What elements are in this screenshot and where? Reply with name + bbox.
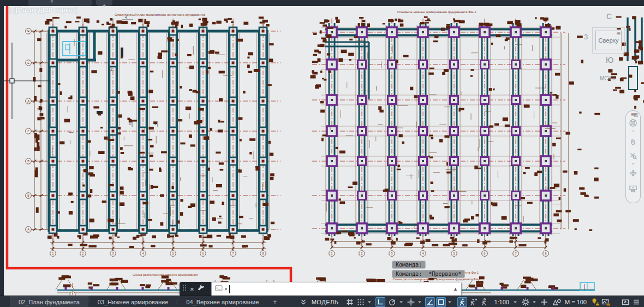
viewport-controls[interactable]: [-][Сверху][2D-каркас] (9, 7, 78, 13)
svg-text:Основное нижнее армирование фу: Основное нижнее армирование фундамента Ф… (397, 10, 476, 14)
image-warning-icon[interactable] (601, 297, 611, 307)
bottom-bar: 02_План фундамента03_Нижнее армирование0… (0, 296, 644, 307)
polar-tracking-icon[interactable] (387, 297, 397, 307)
svg-text:4: 4 (142, 252, 144, 255)
svg-text:Д: Д (27, 99, 29, 103)
svg-text:3: 3 (129, 122, 131, 126)
collapse-chevrons-icon[interactable] (299, 297, 308, 307)
snap-dropdown-icon[interactable] (367, 297, 372, 307)
customization-plus-icon[interactable] (539, 297, 549, 307)
osnap-dropdown-icon[interactable] (447, 297, 452, 307)
layout-tab-3[interactable]: 04_Верхнее армирование (177, 296, 267, 307)
svg-text:3: 3 (112, 252, 114, 255)
polar-dropdown-icon[interactable] (398, 297, 404, 307)
svg-text:3: 3 (391, 252, 393, 255)
annotation-scale-button[interactable]: 1:100 (491, 299, 512, 305)
annotation-visibility-icon[interactable] (457, 297, 467, 307)
workspace-dropdown-icon[interactable] (532, 297, 537, 307)
command-history-line: Команда: *Прервано* (392, 270, 465, 278)
wrench-icon[interactable] (197, 284, 205, 294)
svg-text:4: 4 (422, 252, 424, 255)
plus-icon: + (103, 3, 106, 9)
svg-text:8: 8 (263, 252, 264, 255)
svg-text:Опалубочный план монолитного л: Опалубочный план монолитного ленточного … (115, 13, 205, 16)
new-file-tab-button[interactable]: + (96, 0, 112, 6)
text-cursor (229, 285, 230, 293)
chevron-down-icon[interactable]: ▾ (225, 287, 227, 292)
svg-text:6: 6 (202, 252, 204, 255)
status-menu-icon[interactable] (631, 297, 641, 307)
layout-tab-1[interactable]: 02_План фундамента (10, 296, 88, 307)
viewcube[interactable]: С З Сверху Ю МСК ▾ (581, 9, 644, 91)
navbar-split-icon[interactable]: ▾ (631, 131, 635, 133)
file-tab-close-icon[interactable]: × (50, 0, 53, 4)
cad-drawing: Опалубочный план монолитного ленточного … (0, 0, 644, 307)
svg-text:7: 7 (232, 252, 234, 255)
navbar-split-icon[interactable]: ▾ (631, 163, 635, 166)
command-input-field[interactable]: ▾ ▲ (211, 282, 462, 296)
command-bar-handle[interactable]: × (180, 282, 211, 296)
snap-icon[interactable] (356, 297, 366, 307)
isodraft-icon[interactable] (425, 297, 435, 307)
svg-text:В: В (27, 160, 29, 163)
drag-grip-icon[interactable] (182, 284, 187, 294)
scale-dropdown-icon[interactable] (512, 297, 518, 307)
svg-text:1: 1 (52, 252, 54, 255)
annotation-monitor-icon[interactable] (479, 297, 489, 307)
file-tab[interactable]: × (28, 0, 92, 6)
grid-icon[interactable] (345, 297, 355, 307)
svg-text:Б: Б (27, 194, 29, 197)
command-history-line: Команда: (392, 261, 426, 269)
expand-history-icon[interactable]: ▲ (453, 286, 458, 292)
viewcube-west-label[interactable]: З (584, 33, 588, 41)
layout-tabs: 02_План фундамента03_Нижнее армирование0… (0, 296, 282, 307)
pan-hand-icon[interactable] (629, 136, 637, 145)
viewcube-north-label[interactable]: С (606, 12, 612, 21)
clean-screen-icon[interactable] (621, 297, 630, 307)
navigation-wheel-icon[interactable] (629, 119, 637, 127)
svg-text:6: 6 (484, 252, 486, 255)
navbar-customize-icon[interactable] (634, 113, 638, 117)
svg-text:Ж: Ж (27, 29, 30, 33)
svg-text:1: 1 (331, 252, 333, 255)
ortho-icon[interactable] (375, 297, 385, 307)
command-bar[interactable]: × ▾ ▲ (180, 282, 462, 296)
zoom-icon[interactable] (629, 151, 637, 160)
annotation-scale-icon[interactable] (552, 297, 562, 307)
annotation-scale-value[interactable]: М = 100 (562, 299, 589, 305)
showmotion-icon[interactable] (629, 184, 637, 193)
add-layout-tab-button[interactable]: + (267, 296, 282, 307)
svg-text:Е: Е (27, 61, 29, 64)
svg-text:2: 2 (82, 252, 84, 255)
file-tab-bar: × + (0, 0, 644, 6)
svg-text:8: 8 (545, 252, 547, 255)
workspace-gear-icon[interactable] (521, 297, 530, 307)
command-prompt-icon[interactable] (215, 284, 223, 294)
geolocation-warning-icon[interactable] (591, 297, 600, 307)
navigation-bar[interactable]: ▾▾ (625, 110, 641, 203)
orbit-icon[interactable] (629, 169, 637, 178)
command-input[interactable] (232, 285, 451, 293)
svg-text:А: А (27, 228, 29, 231)
status-bar: МОДЕЛЬ1:100М = 100 (298, 296, 644, 307)
osnap-icon[interactable] (436, 297, 446, 307)
viewcube-wcs-menu[interactable]: МСК ▾ (600, 75, 615, 81)
left-foundation-plan: Опалубочный план монолитного ленточного … (26, 13, 281, 256)
svg-text:5: 5 (454, 252, 455, 255)
left-edge-panel (0, 6, 4, 296)
svg-text:Г: Г (28, 129, 29, 133)
svg-text:2: 2 (361, 252, 363, 255)
right-foundation-plan: Основное нижнее армирование фундамента Ф… (311, 10, 600, 256)
viewcube-top-face[interactable]: Сверху (595, 31, 622, 50)
annotation-autoscale-icon[interactable] (468, 297, 478, 307)
layout-tab-2[interactable]: 03_Нижнее армирование (89, 296, 177, 307)
chevron-down-icon: ▾ (613, 77, 615, 81)
svg-text:7: 7 (515, 252, 517, 255)
close-icon[interactable]: × (190, 286, 194, 293)
model-button[interactable]: МОДЕЛЬ (309, 299, 342, 305)
application-window: Опалубочный план монолитного ленточного … (0, 0, 644, 307)
svg-text:5: 5 (172, 252, 174, 255)
osnap-tracking-dropdown-icon[interactable] (417, 297, 422, 307)
viewcube-south-label[interactable]: Ю (606, 56, 613, 64)
osnap-tracking-icon[interactable] (406, 297, 416, 307)
